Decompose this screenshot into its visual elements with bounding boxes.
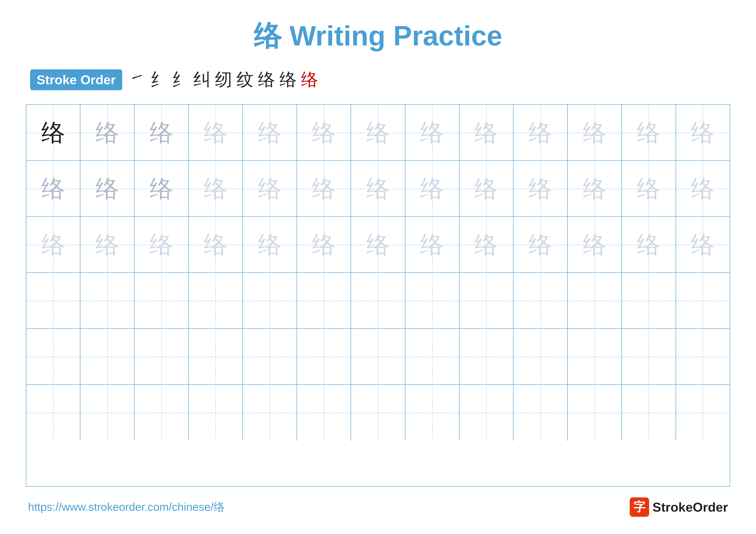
page: 络 Writing Practice Stroke Order ㇀纟纟纠纫纹络络…: [0, 0, 756, 534]
cell-character: 络: [474, 229, 498, 261]
cell-character: 络: [366, 117, 390, 149]
grid-cell-1-11[interactable]: 络: [622, 161, 676, 217]
grid-cell-3-6[interactable]: [351, 273, 405, 329]
cell-character: 络: [583, 229, 607, 261]
grid-cell-3-11[interactable]: [622, 273, 676, 329]
grid-cell-0-0[interactable]: 络: [26, 105, 80, 161]
grid-cell-3-7[interactable]: [405, 273, 459, 329]
cell-character: 络: [637, 173, 661, 205]
grid-cell-0-11[interactable]: 络: [622, 105, 676, 161]
grid-cell-2-11[interactable]: 络: [622, 217, 676, 273]
grid-cell-2-7[interactable]: 络: [405, 217, 459, 273]
grid-cell-4-3[interactable]: [189, 329, 243, 385]
grid-cell-0-3[interactable]: 络: [189, 105, 243, 161]
grid-cell-1-3[interactable]: 络: [189, 161, 243, 217]
cell-character: 络: [583, 117, 607, 149]
grid-cell-1-7[interactable]: 络: [405, 161, 459, 217]
grid-cell-3-8[interactable]: [459, 273, 514, 329]
grid-cell-5-8[interactable]: [459, 385, 514, 441]
grid-cell-1-6[interactable]: 络: [351, 161, 405, 217]
stroke-step-7: 络: [280, 68, 297, 91]
grid-cell-4-6[interactable]: [351, 329, 405, 385]
grid-cell-5-10[interactable]: [568, 385, 622, 441]
grid-cell-2-12[interactable]: 络: [676, 217, 730, 273]
cell-character: 络: [312, 173, 336, 205]
grid-cell-4-0[interactable]: [26, 329, 80, 385]
grid-cell-4-2[interactable]: [134, 329, 189, 385]
grid-cell-2-0[interactable]: 络: [26, 217, 80, 273]
grid-cell-2-1[interactable]: 络: [80, 217, 134, 273]
grid-cell-5-12[interactable]: [676, 385, 730, 441]
cell-character: 络: [637, 229, 661, 261]
cell-character: 络: [474, 173, 498, 205]
grid-cell-4-7[interactable]: [405, 329, 459, 385]
grid-cell-2-10[interactable]: 络: [568, 217, 622, 273]
grid-cell-3-12[interactable]: [676, 273, 730, 329]
grid-cell-4-12[interactable]: [676, 329, 730, 385]
grid-cell-2-2[interactable]: 络: [134, 217, 189, 273]
grid-cell-5-11[interactable]: [622, 385, 676, 441]
grid-cell-3-10[interactable]: [568, 273, 622, 329]
grid-cell-0-7[interactable]: 络: [405, 105, 459, 161]
grid-cell-4-5[interactable]: [297, 329, 351, 385]
grid-cell-1-12[interactable]: 络: [676, 161, 730, 217]
grid-cell-0-6[interactable]: 络: [351, 105, 405, 161]
grid-cell-1-9[interactable]: 络: [514, 161, 568, 217]
cell-character: 络: [149, 229, 173, 261]
grid-cell-4-11[interactable]: [622, 329, 676, 385]
cell-character: 络: [312, 229, 336, 261]
grid-cell-2-6[interactable]: 络: [351, 217, 405, 273]
cell-character: 络: [204, 117, 228, 149]
writing-grid: 络络络络络络络络络络络络络络络络络络络络络络络络络络络络络络络络络络络络络络络: [26, 104, 730, 487]
grid-cell-1-5[interactable]: 络: [297, 161, 351, 217]
grid-cell-5-0[interactable]: [26, 385, 80, 441]
stroke-step-8: 络: [301, 68, 318, 91]
cell-character: 络: [258, 173, 282, 205]
grid-cell-2-5[interactable]: 络: [297, 217, 351, 273]
grid-cell-0-5[interactable]: 络: [297, 105, 351, 161]
grid-cell-1-2[interactable]: 络: [134, 161, 189, 217]
grid-cell-3-1[interactable]: [80, 273, 134, 329]
grid-cell-4-9[interactable]: [514, 329, 568, 385]
grid-cell-5-7[interactable]: [405, 385, 459, 441]
grid-cell-4-1[interactable]: [80, 329, 134, 385]
grid-cell-5-6[interactable]: [351, 385, 405, 441]
cell-character: 络: [691, 229, 715, 261]
grid-cell-4-4[interactable]: [243, 329, 297, 385]
grid-cell-0-12[interactable]: 络: [676, 105, 730, 161]
grid-cell-0-10[interactable]: 络: [568, 105, 622, 161]
grid-cell-0-9[interactable]: 络: [514, 105, 568, 161]
grid-cell-3-4[interactable]: [243, 273, 297, 329]
grid-cell-3-2[interactable]: [134, 273, 189, 329]
grid-cell-3-3[interactable]: [189, 273, 243, 329]
cell-character: 络: [95, 229, 119, 261]
grid-cell-5-5[interactable]: [297, 385, 351, 441]
stroke-step-1: 纟: [150, 68, 168, 91]
grid-cell-5-1[interactable]: [80, 385, 134, 441]
grid-cell-2-8[interactable]: 络: [459, 217, 514, 273]
grid-cell-1-1[interactable]: 络: [80, 161, 134, 217]
grid-cell-2-4[interactable]: 络: [243, 217, 297, 273]
grid-cell-1-4[interactable]: 络: [243, 161, 297, 217]
footer-url: https://www.strokeorder.com/chinese/络: [28, 499, 225, 515]
grid-cell-1-0[interactable]: 络: [26, 161, 80, 217]
grid-cell-0-8[interactable]: 络: [459, 105, 514, 161]
grid-cell-5-4[interactable]: [243, 385, 297, 441]
grid-cell-0-4[interactable]: 络: [243, 105, 297, 161]
grid-cell-0-1[interactable]: 络: [80, 105, 134, 161]
grid-cell-5-9[interactable]: [514, 385, 568, 441]
grid-cell-1-8[interactable]: 络: [459, 161, 514, 217]
grid-cell-1-10[interactable]: 络: [568, 161, 622, 217]
grid-cell-2-3[interactable]: 络: [189, 217, 243, 273]
grid-cell-5-2[interactable]: [134, 385, 189, 441]
grid-cell-5-3[interactable]: [189, 385, 243, 441]
grid-cell-3-9[interactable]: [514, 273, 568, 329]
stroke-step-0: ㇀: [129, 68, 146, 91]
grid-cell-4-10[interactable]: [568, 329, 622, 385]
grid-cell-3-0[interactable]: [26, 273, 80, 329]
grid-cell-3-5[interactable]: [297, 273, 351, 329]
grid-cell-0-2[interactable]: 络: [134, 105, 189, 161]
cell-character: 络: [528, 229, 552, 261]
grid-cell-4-8[interactable]: [459, 329, 514, 385]
grid-cell-2-9[interactable]: 络: [514, 217, 568, 273]
